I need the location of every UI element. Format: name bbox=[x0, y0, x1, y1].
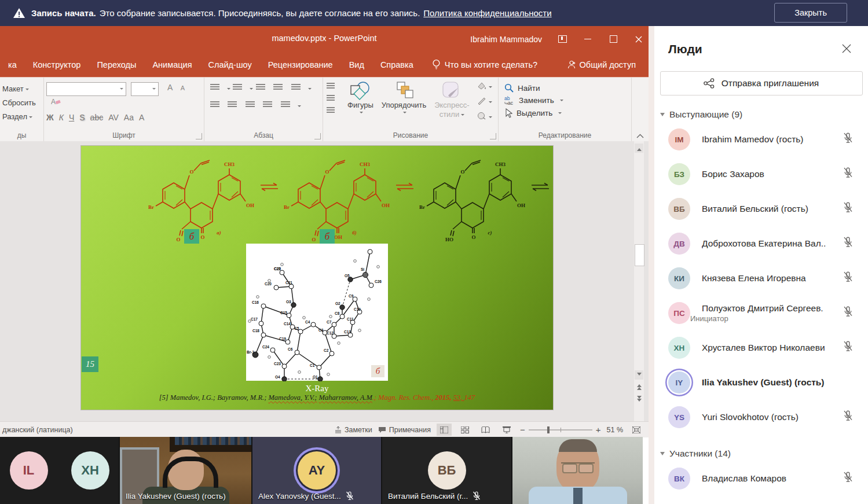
participant-row[interactable]: БЗ Борис Захаров bbox=[654, 157, 868, 192]
font-name-combobox[interactable] bbox=[46, 82, 126, 96]
section-header[interactable]: Участники (14) bbox=[660, 448, 868, 459]
zoom-out-button[interactable]: − bbox=[520, 425, 525, 435]
text-direction-icon[interactable] bbox=[327, 83, 335, 90]
ribbon-tab[interactable]: Анимация bbox=[144, 60, 200, 69]
zoom-slider[interactable] bbox=[529, 429, 592, 431]
scroll-down-button[interactable] bbox=[635, 370, 643, 380]
slideshow-view-button[interactable] bbox=[499, 424, 514, 436]
privacy-policy-link[interactable]: Политика конфиденциальности bbox=[423, 8, 551, 18]
video-tile-vitaly[interactable]: ВБ Виталий Бельский (г... bbox=[382, 437, 511, 504]
font-style-button[interactable]: AV bbox=[108, 113, 119, 122]
shape-effects-icon[interactable] bbox=[477, 112, 492, 122]
muted-mic-icon[interactable] bbox=[843, 202, 853, 215]
replace-button[interactable]: ab ac Заменить bbox=[504, 95, 631, 105]
scroll-up-button[interactable] bbox=[635, 144, 643, 153]
decrease-indent-icon[interactable] bbox=[256, 84, 265, 91]
grow-font-button[interactable]: А bbox=[167, 83, 173, 92]
video-tile-ilia[interactable]: Ilia Yakushev (Guest) (гость) bbox=[120, 437, 251, 504]
zoom-slider-thumb[interactable] bbox=[547, 426, 550, 433]
justify-icon[interactable] bbox=[263, 101, 272, 109]
collapse-ribbon-chevron[interactable] bbox=[636, 132, 644, 140]
shape-outline-icon[interactable] bbox=[477, 97, 492, 107]
numbering-icon[interactable] bbox=[233, 84, 242, 91]
font-style-button[interactable]: Aa bbox=[124, 113, 134, 122]
share-button[interactable]: Общий доступ bbox=[567, 60, 636, 69]
previous-slide-button[interactable] bbox=[635, 381, 643, 391]
participant-row[interactable]: ВК Владислав Комаров bbox=[654, 461, 868, 496]
font-style-button[interactable]: S bbox=[79, 113, 85, 122]
notes-button[interactable]: Заметки bbox=[335, 426, 372, 434]
account-user-name[interactable]: Ibrahim Mammadov bbox=[470, 35, 542, 44]
ribbon-button[interactable]: Сбросить bbox=[2, 98, 43, 107]
clear-formatting-icon[interactable]: A bbox=[51, 97, 61, 106]
ribbon-tab[interactable]: Слайд-шоу bbox=[200, 60, 260, 69]
ribbon-tab[interactable]: Справка bbox=[372, 60, 422, 69]
drawing-dialog-launcher[interactable] bbox=[490, 133, 496, 139]
ribbon-tab[interactable]: ка bbox=[0, 60, 25, 69]
align-text-icon[interactable] bbox=[327, 95, 335, 102]
muted-mic-icon[interactable] bbox=[843, 167, 853, 181]
font-style-button[interactable]: abc bbox=[90, 113, 104, 122]
muted-mic-icon[interactable] bbox=[843, 306, 853, 319]
close-window-button[interactable] bbox=[633, 34, 644, 45]
tell-me-box[interactable]: Что вы хотите сделать? bbox=[432, 59, 537, 70]
align-center-icon[interactable] bbox=[228, 101, 237, 109]
slide-canvas[interactable]: O CH3 Br OH O O a) б bbox=[81, 146, 553, 410]
minimize-button[interactable] bbox=[583, 34, 593, 45]
line-spacing-icon[interactable] bbox=[291, 84, 301, 91]
participant-row[interactable]: IY Ilia Yakushev (Guest) (гость) bbox=[654, 365, 868, 400]
ribbon-tab[interactable]: Вид bbox=[341, 60, 372, 69]
video-tile-alex[interactable]: AY Alex Yanovsky (Guest... bbox=[252, 437, 381, 504]
ribbon-tab[interactable]: Переходы bbox=[89, 60, 144, 69]
send-invitation-button[interactable]: Отправка приглашения bbox=[660, 71, 863, 95]
ribbon-button[interactable]: Макет bbox=[2, 84, 43, 93]
video-tile-group[interactable]: ILХН bbox=[0, 437, 119, 504]
increase-indent-icon[interactable] bbox=[273, 84, 283, 91]
participant-row[interactable]: YS Yuri Slovokhotov (гость) bbox=[654, 400, 868, 435]
columns-icon[interactable] bbox=[281, 101, 290, 109]
fit-to-window-button[interactable] bbox=[629, 424, 644, 436]
language-status[interactable]: джанский (латиница) bbox=[0, 426, 73, 434]
select-button[interactable]: Выделить bbox=[504, 108, 631, 118]
align-left-icon[interactable] bbox=[210, 101, 219, 109]
participant-row[interactable]: ВБ Виталий Бельский (гость) bbox=[654, 192, 868, 226]
zoom-in-button[interactable]: + bbox=[596, 425, 601, 435]
convert-smartart-icon[interactable] bbox=[327, 107, 335, 115]
ribbon-tab[interactable]: Конструктор bbox=[25, 60, 89, 69]
muted-mic-icon[interactable] bbox=[843, 237, 853, 250]
scroll-thumb[interactable] bbox=[635, 244, 644, 266]
font-style-button[interactable]: Ч bbox=[69, 113, 74, 122]
ribbon-display-options-button[interactable] bbox=[557, 34, 567, 45]
font-style-button[interactable]: Ж bbox=[46, 113, 54, 122]
participant-row[interactable]: ДВ Доброхотова Екатерина Вал.. bbox=[654, 226, 868, 261]
slide-sorter-view-button[interactable] bbox=[457, 424, 473, 436]
next-slide-button[interactable] bbox=[635, 395, 643, 405]
zoom-percentage[interactable]: 51 % bbox=[607, 426, 624, 434]
participant-row[interactable]: ХН Хрусталев Виктор Николаеви bbox=[654, 330, 868, 365]
font-size-combobox[interactable] bbox=[131, 82, 159, 96]
ribbon-button[interactable]: Раздел bbox=[2, 112, 43, 121]
find-button[interactable]: Найти bbox=[504, 83, 631, 93]
normal-view-button[interactable] bbox=[437, 424, 452, 436]
section-header[interactable]: Выступающие (9) bbox=[660, 109, 868, 120]
muted-mic-icon[interactable] bbox=[843, 472, 853, 485]
paragraph-dialog-launcher[interactable] bbox=[314, 133, 321, 139]
bullets-icon[interactable] bbox=[210, 84, 219, 91]
participant-row[interactable]: IM Ibrahim Mamedov (гость) bbox=[654, 122, 868, 157]
ribbon-tab[interactable]: Рецензирование bbox=[260, 60, 341, 69]
shrink-font-button[interactable]: А bbox=[181, 84, 185, 91]
muted-mic-icon[interactable] bbox=[843, 341, 853, 354]
comments-button[interactable]: Примечания bbox=[378, 426, 431, 434]
align-right-icon[interactable] bbox=[246, 101, 255, 109]
video-tile-presenter[interactable] bbox=[512, 437, 643, 504]
banner-close-button[interactable]: Закрыть bbox=[774, 3, 847, 23]
maximize-button[interactable] bbox=[608, 34, 618, 45]
participant-row[interactable]: ПС Полуэктов Дмитрий Сергеев. Инициатор bbox=[654, 296, 868, 330]
muted-mic-icon[interactable] bbox=[843, 271, 853, 285]
participant-row[interactable]: КИ Князева Елена Игоревна bbox=[654, 261, 868, 296]
reading-view-button[interactable] bbox=[478, 424, 493, 436]
shape-fill-icon[interactable] bbox=[477, 82, 492, 92]
font-style-button[interactable]: К bbox=[59, 113, 64, 122]
font-style-button[interactable]: A bbox=[139, 113, 144, 122]
muted-mic-icon[interactable] bbox=[843, 410, 853, 424]
